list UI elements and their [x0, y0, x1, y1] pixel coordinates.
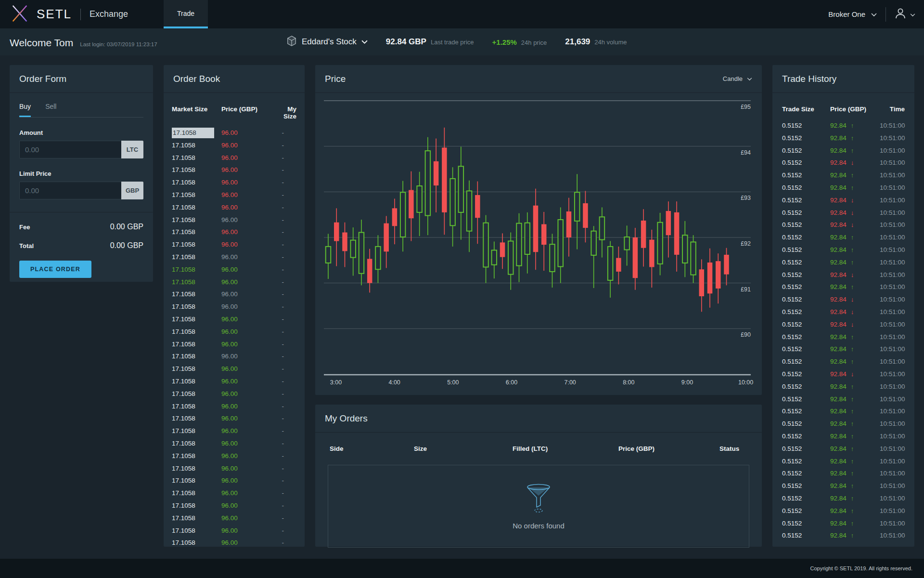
order-book-market-size[interactable]: 17.1058	[172, 164, 221, 176]
trade-price: 92.84↑	[830, 343, 880, 355]
order-book-market-size[interactable]: 17.1058	[172, 226, 221, 238]
order-book-price[interactable]: 96.00	[221, 437, 275, 450]
order-book-market-size[interactable]: 17.1058	[172, 412, 221, 425]
limit-price-input[interactable]	[19, 182, 121, 199]
order-book-price[interactable]: 96.00	[221, 450, 275, 462]
order-book-market-size[interactable]: 17.1058	[172, 201, 221, 214]
user-menu[interactable]	[895, 7, 915, 22]
trade-price: 92.84↑	[830, 281, 880, 293]
order-book-price[interactable]: 96.00	[221, 189, 275, 201]
order-book-price[interactable]: 96.00	[221, 238, 275, 251]
order-book-market-size[interactable]: 17.1058	[172, 462, 221, 475]
order-book-price[interactable]: 96.00	[221, 499, 275, 512]
chart-mode-label: Candle	[723, 75, 743, 82]
order-book-my-size: -	[275, 152, 296, 164]
amount-input[interactable]	[19, 141, 121, 158]
instrument-selector[interactable]: Eddard's Stock	[286, 35, 368, 49]
order-book-market-size[interactable]: 17.1058	[172, 152, 221, 164]
order-book-market-size[interactable]: 17.1058	[172, 189, 221, 201]
order-book-price[interactable]: 96.00	[221, 462, 275, 475]
order-book-price[interactable]: 96.00	[221, 152, 275, 164]
order-book-price[interactable]: 96.00	[221, 400, 275, 413]
trade-time: 10:51:00	[880, 119, 905, 132]
order-book-market-size[interactable]: 17.1058	[172, 176, 221, 189]
order-book-price[interactable]: 96.00	[221, 226, 275, 238]
order-book-market-size[interactable]: 17.1058	[172, 525, 221, 537]
order-book-price[interactable]: 96.00	[221, 176, 275, 189]
arrow-down-icon: ↓	[851, 296, 854, 303]
order-book-market-size[interactable]: 17.1058	[172, 388, 221, 400]
trade-time: 10:51:00	[880, 331, 905, 343]
order-book-market-size[interactable]: 17.1058	[172, 288, 221, 301]
order-book-price[interactable]: 96.00	[221, 214, 275, 226]
order-book-price[interactable]: 96.00	[221, 139, 275, 152]
order-book-market-size[interactable]: 17.1058	[172, 400, 221, 413]
order-book-market-size[interactable]: 17.1058	[172, 487, 221, 499]
tab-sell[interactable]: Sell	[45, 103, 56, 117]
order-book-market-size[interactable]: 17.1058	[172, 450, 221, 462]
order-book-price[interactable]: 96.00	[221, 525, 275, 537]
order-book-market-size[interactable]: 17.1058	[172, 437, 221, 450]
order-book-price[interactable]: 96.00	[221, 127, 275, 139]
order-book-market-size[interactable]: 17.1058	[172, 474, 221, 487]
order-book-price[interactable]: 96.00	[221, 537, 275, 549]
order-book-price[interactable]: 96.00	[221, 350, 275, 363]
tab-trade[interactable]: Trade	[164, 0, 208, 28]
trade-time: 10:51:00	[880, 231, 905, 244]
order-book-market-size[interactable]: 17.1058	[172, 363, 221, 375]
trade-price: 92.84↓	[830, 368, 880, 381]
order-book-market-size[interactable]: 17.1058	[172, 238, 221, 251]
order-book-market-size[interactable]: 17.1058	[172, 301, 221, 313]
price-candle-chart[interactable]: £95£94£93£92£91£903:004:005:006:007:008:…	[315, 93, 762, 394]
order-book-price[interactable]: 96.00	[221, 474, 275, 487]
order-book-market-size[interactable]: 17.1058	[172, 139, 221, 152]
trade-price: 92.84↓	[830, 293, 880, 306]
order-book-price[interactable]: 96.00	[221, 425, 275, 437]
order-book-my-size: -	[275, 412, 296, 425]
candle-up	[417, 186, 422, 212]
trade-time: 10:51:00	[880, 467, 905, 480]
arrow-up-icon: ↑	[851, 482, 854, 489]
order-book-market-size[interactable]: 17.1058	[172, 313, 221, 326]
order-book-market-size[interactable]: 17.1058	[172, 326, 221, 338]
order-book-market-size[interactable]: 17.1058	[172, 338, 221, 351]
order-book-price[interactable]: 96.00	[221, 276, 275, 289]
order-book-price[interactable]: 96.00	[221, 251, 275, 263]
order-book-price[interactable]: 96.00	[221, 288, 275, 301]
order-book-market-size[interactable]: 17.1058	[172, 499, 221, 512]
order-book-price[interactable]: 96.00	[221, 338, 275, 351]
order-book-market-size[interactable]: 17.1058	[172, 127, 221, 139]
place-order-button[interactable]: PLACE ORDER	[19, 261, 91, 278]
order-book-market-size[interactable]: 17.1058	[172, 512, 221, 525]
trade-time: 10:51:00	[880, 132, 905, 144]
broker-selector[interactable]: Broker One	[828, 10, 877, 18]
order-book-price[interactable]: 96.00	[221, 313, 275, 326]
trade-size: 0.5152	[782, 381, 830, 393]
order-book-price[interactable]: 96.00	[221, 164, 275, 176]
order-book-market-size[interactable]: 17.1058	[172, 276, 221, 289]
arrow-up-icon: ↑	[851, 507, 854, 514]
order-book-price[interactable]: 96.00	[221, 301, 275, 313]
order-book-market-size[interactable]: 17.1058	[172, 251, 221, 263]
trade-price: 92.84↑	[830, 182, 880, 194]
tab-buy[interactable]: Buy	[19, 103, 31, 117]
order-book-market-size[interactable]: 17.1058	[172, 375, 221, 388]
order-book-market-size[interactable]: 17.1058	[172, 350, 221, 363]
order-book-price[interactable]: 96.00	[221, 263, 275, 276]
order-book-price[interactable]: 96.00	[221, 487, 275, 499]
amount-label: Amount	[19, 129, 143, 136]
order-book-price[interactable]: 96.00	[221, 412, 275, 425]
order-book-market-size[interactable]: 17.1058	[172, 425, 221, 437]
order-book-market-size[interactable]: 17.1058	[172, 537, 221, 549]
order-book-price[interactable]: 96.00	[221, 388, 275, 400]
order-book-market-size[interactable]: 17.1058	[172, 214, 221, 226]
order-book-price[interactable]: 96.00	[221, 363, 275, 375]
order-book-market-size[interactable]: 17.1058	[172, 263, 221, 276]
order-book-price[interactable]: 96.00	[221, 375, 275, 388]
order-book-price[interactable]: 96.00	[221, 201, 275, 214]
chart-mode-selector[interactable]: Candle	[723, 75, 752, 82]
order-book-price[interactable]: 96.00	[221, 512, 275, 525]
order-book-price[interactable]: 96.00	[221, 326, 275, 338]
trade-size: 0.5152	[782, 231, 830, 244]
nav-divider	[886, 7, 886, 22]
